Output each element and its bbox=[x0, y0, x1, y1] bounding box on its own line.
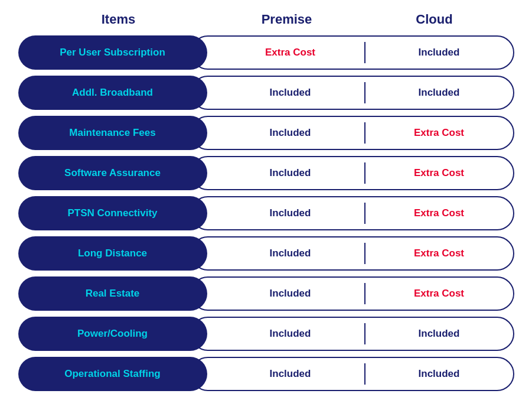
row-values-per-user-subscription: Extra Cost Included bbox=[191, 35, 514, 70]
row-values-addl-broadband: Included Included bbox=[191, 76, 514, 110]
row-values-long-distance: Included Extra Cost bbox=[191, 236, 514, 271]
premise-cell-long-distance: Included bbox=[217, 248, 364, 259]
table-header: Items Premise Cloud bbox=[18, 12, 514, 27]
cloud-cell-maintenance-fees: Extra Cost bbox=[365, 127, 513, 139]
header-items-label: Items bbox=[102, 12, 135, 27]
row-values-operational-staffing: Included Included bbox=[191, 357, 514, 391]
row-values-maintenance-fees: Included Extra Cost bbox=[191, 116, 514, 150]
row-values-real-estate: Included Extra Cost bbox=[191, 276, 514, 311]
row-label-text-real-estate: Real Estate bbox=[86, 288, 140, 300]
table-row-real-estate: Real Estate Included Extra Cost bbox=[18, 276, 514, 311]
row-label-text-power-cooling: Power/Cooling bbox=[77, 328, 148, 340]
table-row-maintenance-fees: Maintenance Fees Included Extra Cost bbox=[18, 116, 514, 150]
header-cloud: Cloud bbox=[361, 12, 508, 27]
cloud-cell-operational-staffing: Included bbox=[365, 368, 513, 380]
premise-cell-software-assurance: Included bbox=[217, 167, 364, 179]
row-values-software-assurance: Included Extra Cost bbox=[191, 156, 514, 190]
cloud-cell-addl-broadband: Included bbox=[365, 87, 513, 99]
premise-cell-per-user-subscription: Extra Cost bbox=[217, 47, 364, 58]
row-label-text-addl-broadband: Addl. Broadband bbox=[72, 87, 153, 99]
row-label-long-distance: Long Distance bbox=[18, 236, 207, 271]
header-premise: Premise bbox=[213, 12, 361, 27]
table-row-per-user-subscription: Per User Subscription Extra Cost Include… bbox=[18, 35, 514, 70]
row-label-text-operational-staffing: Operational Staffing bbox=[64, 368, 160, 380]
table-row-software-assurance: Software Assurance Included Extra Cost bbox=[18, 156, 514, 190]
cloud-cell-real-estate: Extra Cost bbox=[365, 288, 513, 300]
row-label-text-per-user-subscription: Per User Subscription bbox=[60, 47, 165, 58]
comparison-table: Items Premise Cloud Per User Subscriptio… bbox=[12, 0, 520, 397]
cloud-cell-power-cooling: Included bbox=[365, 328, 513, 340]
premise-cell-addl-broadband: Included bbox=[217, 87, 364, 99]
cloud-cell-ptsn-connectivity: Extra Cost bbox=[365, 207, 513, 219]
row-values-power-cooling: Included Included bbox=[191, 317, 514, 351]
row-label-text-software-assurance: Software Assurance bbox=[64, 167, 161, 179]
table-row-ptsn-connectivity: PTSN Connectivity Included Extra Cost bbox=[18, 196, 514, 230]
table-row-long-distance: Long Distance Included Extra Cost bbox=[18, 236, 514, 271]
table-body: Per User Subscription Extra Cost Include… bbox=[18, 35, 514, 391]
header-items: Items bbox=[24, 12, 213, 27]
table-row-power-cooling: Power/Cooling Included Included bbox=[18, 317, 514, 351]
row-label-operational-staffing: Operational Staffing bbox=[18, 357, 207, 391]
row-label-addl-broadband: Addl. Broadband bbox=[18, 76, 207, 110]
row-label-power-cooling: Power/Cooling bbox=[18, 317, 207, 351]
premise-cell-power-cooling: Included bbox=[217, 328, 364, 340]
row-label-per-user-subscription: Per User Subscription bbox=[18, 35, 207, 70]
header-cloud-label: Cloud bbox=[416, 12, 452, 27]
premise-cell-maintenance-fees: Included bbox=[217, 127, 364, 139]
row-label-software-assurance: Software Assurance bbox=[18, 156, 207, 190]
premise-cell-operational-staffing: Included bbox=[217, 368, 364, 380]
row-label-text-ptsn-connectivity: PTSN Connectivity bbox=[67, 207, 157, 219]
header-premise-label: Premise bbox=[262, 12, 312, 27]
row-label-real-estate: Real Estate bbox=[18, 276, 207, 311]
row-label-text-long-distance: Long Distance bbox=[78, 248, 147, 259]
cloud-cell-long-distance: Extra Cost bbox=[365, 248, 513, 259]
row-label-maintenance-fees: Maintenance Fees bbox=[18, 116, 207, 150]
table-row-addl-broadband: Addl. Broadband Included Included bbox=[18, 76, 514, 110]
cloud-cell-per-user-subscription: Included bbox=[365, 47, 513, 58]
row-label-text-maintenance-fees: Maintenance Fees bbox=[69, 127, 155, 139]
premise-cell-real-estate: Included bbox=[217, 288, 364, 300]
cloud-cell-software-assurance: Extra Cost bbox=[365, 167, 513, 179]
premise-cell-ptsn-connectivity: Included bbox=[217, 207, 364, 219]
table-row-operational-staffing: Operational Staffing Included Included bbox=[18, 357, 514, 391]
row-values-ptsn-connectivity: Included Extra Cost bbox=[191, 196, 514, 230]
row-label-ptsn-connectivity: PTSN Connectivity bbox=[18, 196, 207, 230]
